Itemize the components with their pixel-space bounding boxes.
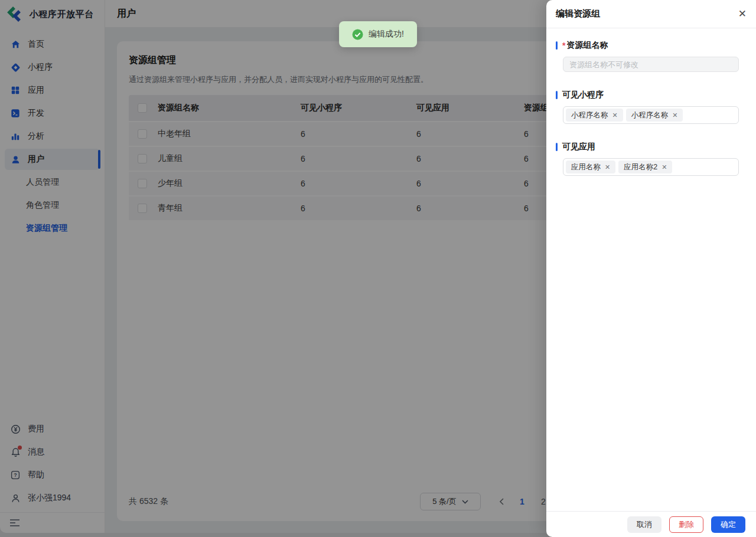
delete-button[interactable]: 删除 [669, 516, 703, 533]
label-accent-bar [556, 143, 558, 151]
app-root: 小程序开放平台 首页 小程序 [0, 0, 756, 537]
field-label-apps: 可见应用 [556, 142, 747, 152]
close-icon[interactable]: ✕ [738, 9, 747, 19]
app-tag: 应用名称2 ✕ [618, 161, 672, 173]
drawer-body: * 资源组名称 可见小程序 小程序名称 ✕ 小程序名称 ✕ 可 [546, 28, 756, 511]
resource-group-name-input [563, 57, 739, 72]
visible-miniapps-select[interactable]: 小程序名称 ✕ 小程序名称 ✕ [563, 106, 739, 124]
miniapp-tag: 小程序名称 ✕ [626, 109, 683, 122]
field-label-text: 可见应用 [562, 142, 595, 152]
tag-label: 小程序名称 [571, 110, 608, 120]
field-label-text: 可见小程序 [562, 90, 604, 100]
tag-label: 应用名称 [571, 162, 601, 172]
field-label-text: 资源组名称 [566, 40, 608, 51]
drawer-header: 编辑资源组 ✕ [546, 0, 756, 28]
field-label-name: * 资源组名称 [556, 40, 747, 51]
required-asterisk: * [562, 41, 565, 50]
drawer-title: 编辑资源组 [556, 8, 600, 19]
tag-label: 小程序名称 [631, 110, 669, 120]
miniapp-tag: 小程序名称 ✕ [566, 109, 623, 122]
tag-remove-icon[interactable]: ✕ [612, 112, 618, 119]
confirm-button[interactable]: 确定 [711, 516, 745, 533]
tag-remove-icon[interactable]: ✕ [672, 112, 677, 119]
toast-message: 编辑成功! [369, 29, 404, 40]
success-toast: 编辑成功! [339, 21, 417, 47]
app-tag: 应用名称 ✕ [566, 161, 615, 173]
label-accent-bar [556, 91, 558, 99]
label-accent-bar [556, 41, 558, 50]
visible-apps-select[interactable]: 应用名称 ✕ 应用名称2 ✕ [563, 158, 739, 176]
cancel-button[interactable]: 取消 [627, 516, 662, 533]
success-check-icon [352, 29, 363, 40]
tag-remove-icon[interactable]: ✕ [662, 164, 667, 171]
tag-label: 应用名称2 [624, 162, 657, 172]
field-label-miniapps: 可见小程序 [556, 90, 747, 100]
edit-resource-group-drawer: 编辑资源组 ✕ * 资源组名称 可见小程序 小程序名称 ✕ 小程序名称 [546, 0, 756, 537]
tag-remove-icon[interactable]: ✕ [605, 164, 610, 171]
drawer-footer: 取消 删除 确定 [546, 511, 756, 537]
